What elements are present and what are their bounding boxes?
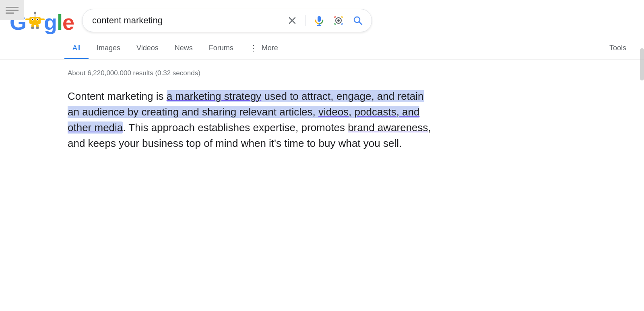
featured-snippet: Content marketing is a marketing strateg… [68,89,438,151]
snippet-plain-start: Content marketing is [68,90,167,102]
svg-rect-1 [29,17,41,24]
svg-rect-8 [25,19,29,20]
clear-icon [287,16,297,25]
svg-line-22 [359,22,362,25]
svg-point-20 [337,19,340,22]
tab-videos[interactable]: Videos [128,39,167,59]
tab-tools[interactable]: Tools [601,39,634,59]
search-tabs: All Images Videos News Forums ⋮ More Too… [0,38,644,60]
microphone-icon [314,15,325,26]
lens-icon [333,15,344,26]
tab-images[interactable]: Images [89,39,128,59]
header: G [0,0,644,35]
voice-search-button[interactable] [312,13,326,28]
lens-search-button[interactable] [331,13,346,28]
tab-news[interactable]: News [167,39,201,59]
results-count: About 6,220,000,000 results (0.32 second… [68,69,634,77]
svg-point-5 [37,19,38,20]
snippet-brand-awareness-underline: brand awareness [348,122,428,134]
svg-rect-16 [318,16,321,22]
clear-button[interactable] [286,14,299,27]
tab-forums[interactable]: Forums [201,39,242,59]
search-bar: content marketing [82,9,372,32]
more-dots-icon: ⋮ [250,43,258,53]
tab-all[interactable]: All [64,39,89,59]
logo-doodle-char [26,6,44,30]
tab-more[interactable]: ⋮ More [242,38,286,60]
search-input[interactable]: content marketing [92,15,281,26]
search-divider [305,15,305,26]
snippet-highlighted-underlined-1: a marketing strategy [167,90,262,102]
svg-point-4 [32,19,33,20]
scrollbar[interactable] [640,48,644,80]
logo-letter-g2: g [44,10,57,34]
svg-point-7 [34,12,36,14]
svg-point-13 [36,27,39,29]
snippet-highlighted-underlined-2: videos, [318,106,351,118]
svg-rect-9 [41,19,45,20]
logo-letter-e: e [62,10,74,34]
corner-thumbnail [0,0,24,20]
logo-letter-l: l [57,10,62,34]
search-bar-container: content marketing [82,9,372,32]
svg-point-12 [31,27,34,29]
search-magnifier-icon [352,15,363,26]
search-submit-button[interactable] [351,13,365,28]
results-area: About 6,220,000,000 results (0.32 second… [0,60,644,161]
